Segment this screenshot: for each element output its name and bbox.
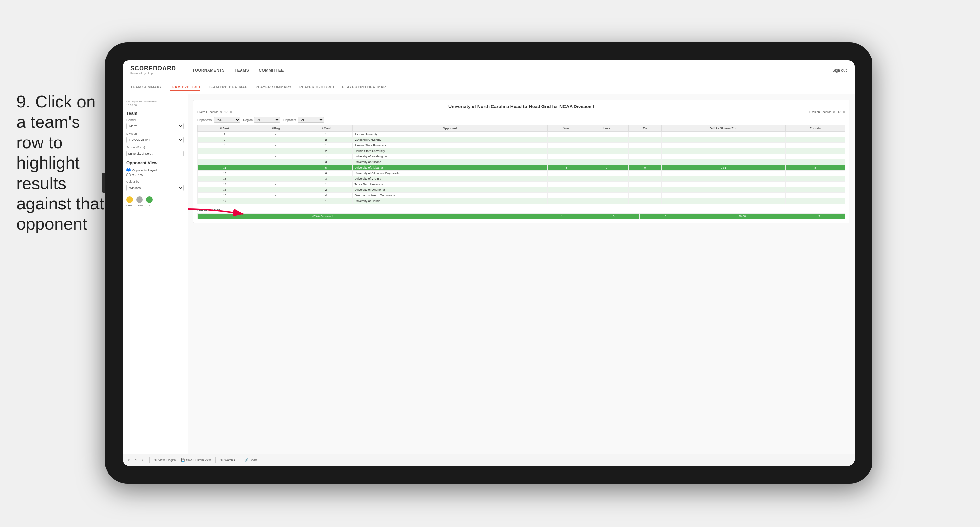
radio-top100[interactable]: Top 100 bbox=[126, 173, 184, 177]
filter-region-select[interactable]: (All) bbox=[254, 117, 280, 123]
table-row[interactable]: 11-5University of Alabama3002.618 bbox=[198, 165, 845, 170]
cell-conf: 4 bbox=[300, 193, 352, 198]
colour-by-select[interactable]: Win/loss bbox=[126, 185, 184, 191]
cell-tie bbox=[628, 143, 662, 148]
cell-rounds bbox=[785, 170, 845, 176]
table-title: University of North Carolina Head-to-Hea… bbox=[197, 104, 845, 109]
table-row[interactable]: 3-2Vanderbilt University bbox=[198, 137, 845, 143]
table-row[interactable]: 17-1University of Florida bbox=[198, 198, 845, 204]
sub-nav-team-h2h-grid[interactable]: TEAM H2H GRID bbox=[170, 84, 200, 91]
nav-separator: | bbox=[821, 68, 822, 73]
cell-loss bbox=[585, 148, 628, 154]
cell-reg: - bbox=[252, 165, 300, 170]
redo2-btn[interactable]: ↩ bbox=[142, 459, 145, 462]
cell-diff bbox=[662, 198, 785, 204]
redo-btn[interactable]: ↪ bbox=[135, 459, 138, 462]
cell-rank: 4 bbox=[198, 143, 252, 148]
filter-opponent-select[interactable]: (All) bbox=[298, 117, 324, 123]
watch-btn[interactable]: 👁 Watch ▾ bbox=[220, 459, 235, 462]
gender-select[interactable]: Men's bbox=[126, 123, 184, 129]
sub-nav-player-h2h-grid[interactable]: PLAYER H2H GRID bbox=[299, 84, 334, 91]
nav-teams[interactable]: TEAMS bbox=[235, 67, 249, 74]
table-row[interactable]: 13-3University of Virginia bbox=[198, 176, 845, 182]
cell-rounds bbox=[785, 148, 845, 154]
cell-opponent: University of Washington bbox=[352, 154, 547, 159]
radio-opponents-played[interactable]: Opponents Played bbox=[126, 168, 184, 172]
cell-rank: 16 bbox=[198, 193, 252, 198]
cell-conf: 2 bbox=[300, 187, 352, 193]
ood-loss: 0 bbox=[588, 214, 640, 219]
table-row[interactable]: 15-2University of Oklahoma bbox=[198, 187, 845, 193]
cell-tie bbox=[628, 170, 662, 176]
overall-record: Overall Record: 89 - 17 - 0 bbox=[197, 110, 232, 114]
cell-conf: 1 bbox=[300, 182, 352, 187]
cell-reg: - bbox=[252, 187, 300, 193]
cell-rank: 2 bbox=[198, 132, 252, 137]
out-of-division-row[interactable]: NCAA Division II 1 0 0 26.00 3 bbox=[198, 214, 845, 219]
sub-nav-team-h2h-heatmap[interactable]: TEAM H2H HEATMAP bbox=[208, 84, 248, 91]
division-select[interactable]: NCAA Division I bbox=[126, 137, 184, 143]
table-row[interactable]: 12-6University of Arkansas, Fayetteville bbox=[198, 170, 845, 176]
cell-tie bbox=[628, 176, 662, 182]
cell-loss bbox=[585, 159, 628, 165]
cell-win bbox=[547, 154, 585, 159]
cell-diff: 2.61 bbox=[662, 165, 785, 170]
filter-opponents-select[interactable]: (All) bbox=[214, 117, 240, 123]
table-row[interactable]: 6-2Florida State University bbox=[198, 148, 845, 154]
step-number: 9. bbox=[16, 92, 30, 111]
sign-out-link[interactable]: Sign out bbox=[832, 68, 847, 73]
sub-nav-player-summary[interactable]: PLAYER SUMMARY bbox=[256, 84, 291, 91]
view-original-btn[interactable]: 👁 View: Original bbox=[154, 459, 177, 462]
cell-reg: - bbox=[252, 137, 300, 143]
cell-conf: 6 bbox=[300, 170, 352, 176]
cell-rounds bbox=[785, 137, 845, 143]
cell-diff bbox=[662, 143, 785, 148]
table-row[interactable]: 2-1Auburn University bbox=[198, 132, 845, 137]
cell-loss bbox=[585, 170, 628, 176]
logo-area: SCOREBOARD Powered by clippd bbox=[130, 65, 176, 75]
cell-win bbox=[547, 187, 585, 193]
sub-nav-player-h2h-heatmap[interactable]: PLAYER H2H HEATMAP bbox=[342, 84, 386, 91]
cell-loss: 0 bbox=[585, 165, 628, 170]
cell-rounds: 8 bbox=[785, 165, 845, 170]
toolbar-sep-2 bbox=[215, 457, 216, 463]
cell-rounds bbox=[785, 193, 845, 198]
nav-committee[interactable]: COMMITTEE bbox=[259, 67, 284, 74]
table-row[interactable]: 16-4Georgia Institute of Technology bbox=[198, 193, 845, 198]
cell-win bbox=[547, 176, 585, 182]
table-row[interactable]: 14-1Texas Tech University bbox=[198, 182, 845, 187]
col-win: Win bbox=[547, 126, 585, 132]
cell-win bbox=[547, 159, 585, 165]
nav-tournaments[interactable]: TOURNAMENTS bbox=[192, 67, 225, 74]
gender-label: Gender bbox=[126, 118, 184, 121]
filter-opponent-group: Opponent (All) bbox=[283, 117, 324, 123]
cell-conf: 5 bbox=[300, 165, 352, 170]
cell-tie bbox=[628, 182, 662, 187]
undo-btn[interactable]: ↩ bbox=[128, 459, 130, 462]
cell-tie: 0 bbox=[628, 165, 662, 170]
ood-win: 1 bbox=[536, 214, 588, 219]
cell-loss bbox=[585, 193, 628, 198]
col-rounds: Rounds bbox=[785, 126, 845, 132]
school-input[interactable] bbox=[126, 151, 184, 156]
cell-reg: - bbox=[252, 143, 300, 148]
table-row[interactable]: 8-2University of Washington bbox=[198, 154, 845, 159]
cell-win bbox=[547, 132, 585, 137]
ood-label: NCAA Division II bbox=[309, 214, 536, 219]
cell-conf: 1 bbox=[300, 143, 352, 148]
cell-diff bbox=[662, 148, 785, 154]
cell-tie bbox=[628, 159, 662, 165]
cell-diff bbox=[662, 182, 785, 187]
table-row[interactable]: 9-3University of Arizona bbox=[198, 159, 845, 165]
share-btn[interactable]: 🔗 Share bbox=[245, 459, 258, 462]
cell-rounds bbox=[785, 154, 845, 159]
col-rank: # Rank bbox=[198, 126, 252, 132]
save-custom-view-btn[interactable]: 💾 Save Custom View bbox=[181, 459, 211, 462]
sub-nav-team-summary[interactable]: TEAM SUMMARY bbox=[130, 84, 162, 91]
cell-win bbox=[547, 198, 585, 204]
cell-opponent: University of Arizona bbox=[352, 159, 547, 165]
table-row[interactable]: 4-1Arizona State University bbox=[198, 143, 845, 148]
legend-down: Down bbox=[126, 196, 133, 207]
cell-opponent: Texas Tech University bbox=[352, 182, 547, 187]
logo-text: SCOREBOARD bbox=[130, 65, 176, 71]
